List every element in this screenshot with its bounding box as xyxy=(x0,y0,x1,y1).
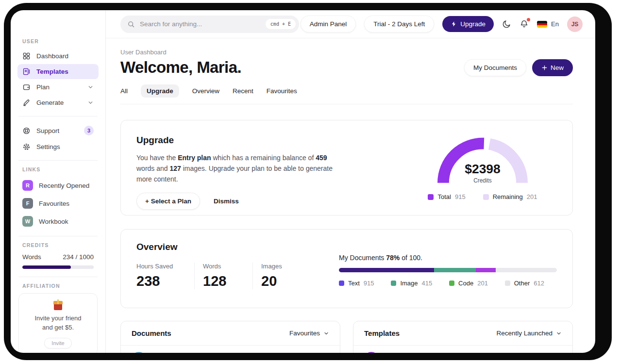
search-shortcut-badge: cmd + E xyxy=(266,19,296,29)
sidebar-item-label: Support xyxy=(36,127,59,134)
credits-gauge: $2398 Credits Total 915 Remaining xyxy=(422,135,543,200)
language-selector[interactable]: En xyxy=(537,20,559,28)
tab-favourites[interactable]: Favourites xyxy=(267,84,297,98)
user-avatar[interactable]: JS xyxy=(567,17,583,32)
sidebar-item-dashboard[interactable]: Dashboard xyxy=(17,49,99,64)
legend-name: Code xyxy=(458,280,473,287)
sidebar-item-support[interactable]: Support 3 xyxy=(17,122,99,139)
legend-value: 201 xyxy=(477,280,488,287)
trial-badge-button[interactable]: Trial - 2 Days Left xyxy=(364,16,434,33)
documents-card: Documents Favourites Untitled Document i… xyxy=(120,321,340,353)
chevron-down-icon xyxy=(556,331,562,336)
stat-label: Hours Saved xyxy=(136,263,194,270)
legend-value: 612 xyxy=(534,280,544,287)
header-actions: My Documents New xyxy=(464,59,573,76)
legend-value: 415 xyxy=(422,280,433,287)
stat-value: 128 xyxy=(203,273,252,289)
language-label: En xyxy=(551,20,559,28)
legend-value: 915 xyxy=(364,280,374,287)
progress-label: My Documents 78% of 100. xyxy=(339,254,557,262)
page-title: Welcome, Maria. xyxy=(120,58,241,77)
admin-panel-button[interactable]: Admin Panel xyxy=(301,16,356,33)
overview-stats: Overview Hours Saved 238 Words 128 xyxy=(136,242,323,296)
overview-card: Overview Hours Saved 238 Words 128 xyxy=(120,229,573,308)
overview-card-title: Overview xyxy=(136,242,323,252)
upgrade-card-body: You have the Entry plan which has a rema… xyxy=(136,153,336,184)
lightning-icon xyxy=(451,21,457,27)
legend-swatch xyxy=(391,281,396,286)
stacked-bar-legend: Text 915 Image 415 Code 20 xyxy=(339,280,557,287)
notifications-button[interactable] xyxy=(519,19,529,29)
main-area: cmd + E Admin Panel Trial - 2 Days Left … xyxy=(106,10,595,353)
sidebar-item-label: Settings xyxy=(36,143,60,150)
legend-item-code: Code 201 xyxy=(449,280,488,287)
divider xyxy=(18,160,98,161)
section-label-links: LINKS xyxy=(22,166,94,172)
new-button[interactable]: New xyxy=(532,59,573,76)
lifebuoy-icon xyxy=(22,127,31,135)
header-row: Welcome, Maria. My Documents New xyxy=(120,58,573,77)
documents-filter-dropdown[interactable]: Favourites xyxy=(289,330,329,337)
link-initial-badge: F xyxy=(22,198,33,209)
plus-icon xyxy=(541,65,548,71)
legend-name: Other xyxy=(514,280,530,287)
support-count-badge: 3 xyxy=(84,126,94,135)
tab-all[interactable]: All xyxy=(120,84,128,98)
sidebar-item-settings[interactable]: Settings xyxy=(17,139,99,154)
legend-name: Total xyxy=(437,193,451,200)
legend-name: Remaining xyxy=(493,193,523,200)
divider xyxy=(18,277,98,277)
select-plan-button[interactable]: + Select a Plan xyxy=(136,193,200,210)
legend-name: Text xyxy=(348,280,360,287)
credits-row: Words 234 / 1000 xyxy=(17,252,99,261)
document-row[interactable]: Untitled Document in Workbook xyxy=(121,346,340,353)
topbar-actions: Admin Panel Trial - 2 Days Left Upgrade xyxy=(301,16,583,33)
tab-upgrade[interactable]: Upgrade xyxy=(141,84,179,98)
tab-bar: All Upgrade Overview Recent Favourites xyxy=(120,84,573,104)
documents-card-title: Documents xyxy=(132,329,171,337)
moon-icon xyxy=(502,19,511,29)
template-avatar xyxy=(364,352,379,353)
sidebar-item-templates[interactable]: Templates xyxy=(17,64,99,79)
credits-progress-fill xyxy=(22,265,71,269)
upgrade-card-title: Upgrade xyxy=(136,135,350,146)
chevron-down-icon xyxy=(323,331,329,336)
upgrade-button[interactable]: Upgrade xyxy=(442,16,494,32)
topbar: cmd + E Admin Panel Trial - 2 Days Left … xyxy=(106,10,595,38)
search-bar[interactable]: cmd + E xyxy=(120,16,299,33)
divider xyxy=(18,236,98,236)
bottom-row: Documents Favourites Untitled Document i… xyxy=(120,321,573,353)
legend-item-total: Total 915 xyxy=(428,193,465,200)
sidebar-link-favourites[interactable]: F Favourites xyxy=(17,195,99,212)
legend-swatch xyxy=(505,281,510,286)
link-initial-badge: R xyxy=(22,180,33,191)
notification-dot xyxy=(527,18,530,21)
sidebar-item-plan[interactable]: Plan xyxy=(17,80,99,95)
dark-mode-toggle[interactable] xyxy=(502,19,511,29)
breadcrumb: User Dashboard xyxy=(120,49,573,56)
my-documents-button[interactable]: My Documents xyxy=(464,59,526,76)
templates-card-header: Templates Recently Launched xyxy=(353,321,572,346)
stat-images: Images 20 xyxy=(253,263,311,289)
tab-overview[interactable]: Overview xyxy=(192,84,219,98)
credits-progress-bar xyxy=(22,265,94,269)
sidebar-link-workbook[interactable]: W Workbook xyxy=(17,213,99,230)
legend-value: 915 xyxy=(455,193,466,200)
dismiss-button[interactable]: Dismiss xyxy=(214,198,239,205)
tab-recent[interactable]: Recent xyxy=(233,84,253,98)
half-donut-chart: $2398 Credits xyxy=(425,135,540,189)
invite-button[interactable]: Invite xyxy=(44,338,71,348)
upgrade-card-text: Upgrade You have the Entry plan which ha… xyxy=(136,135,350,200)
templates-card-title: Templates xyxy=(364,329,400,337)
sidebar-item-label: Templates xyxy=(36,68,68,75)
german-flag-icon xyxy=(537,21,547,28)
template-row[interactable]: Blog Post Title in Workbook xyxy=(353,346,572,353)
search-input[interactable] xyxy=(140,20,261,28)
affiliation-card: Invite your friend and get $5. Invite xyxy=(18,293,98,353)
upgrade-card-actions: + Select a Plan Dismiss xyxy=(136,193,350,210)
sidebar-link-recently-opened[interactable]: R Recently Opened xyxy=(17,177,99,194)
legend-swatch xyxy=(449,281,454,286)
sidebar-item-generate[interactable]: Generate xyxy=(17,95,99,110)
section-label-affiliation: AFFILIATION xyxy=(22,283,94,289)
templates-filter-dropdown[interactable]: Recently Launched xyxy=(496,330,562,337)
